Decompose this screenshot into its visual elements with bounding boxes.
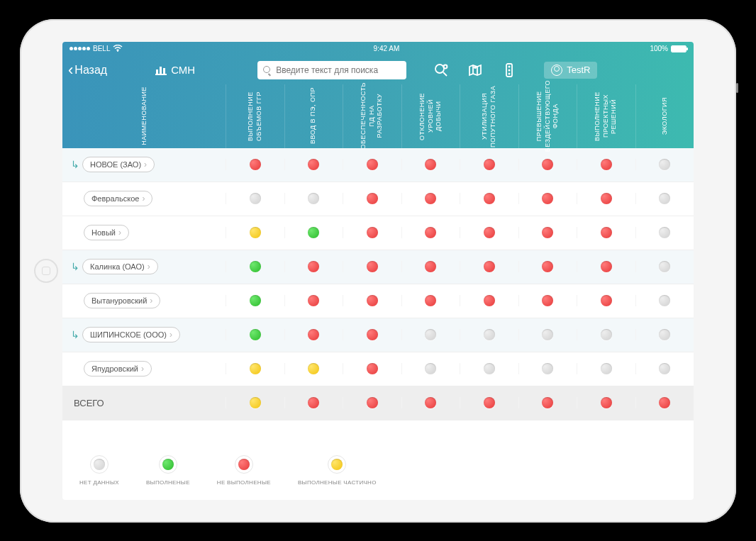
status-cell[interactable]	[460, 329, 518, 340]
status-cell[interactable]	[226, 261, 284, 272]
user-badge[interactable]: TestR	[544, 62, 597, 79]
chevron-right-icon: ›	[118, 228, 121, 238]
status-cell[interactable]	[343, 363, 401, 374]
status-cell[interactable]	[635, 397, 694, 408]
status-cell[interactable]	[343, 397, 401, 408]
status-cell[interactable]	[577, 159, 635, 170]
status-cell[interactable]	[460, 261, 518, 272]
status-cell[interactable]	[518, 295, 577, 306]
search-settings-icon[interactable]	[433, 62, 449, 78]
row-label: Февральское	[91, 194, 139, 203]
status-cell[interactable]	[577, 261, 635, 272]
status-cell[interactable]	[577, 397, 635, 408]
status-cell[interactable]	[284, 295, 343, 306]
status-cell[interactable]	[460, 159, 518, 170]
status-dot-icon	[601, 261, 612, 272]
status-cell[interactable]	[343, 329, 401, 340]
col-c3: ОБЕСПЕЧЕННОСТЬ ПД НА РАЗРАБОТКУ	[360, 82, 384, 150]
status-cell[interactable]	[343, 227, 401, 238]
status-cell[interactable]	[401, 329, 460, 340]
tablet-frame: BELL 9:42 AM 100% ‹ Назад СМН	[20, 19, 736, 523]
status-cell[interactable]	[518, 363, 577, 374]
status-cell[interactable]	[401, 193, 460, 204]
status-cell[interactable]	[343, 193, 401, 204]
status-cell[interactable]	[518, 193, 577, 204]
status-dot-icon	[308, 261, 319, 272]
status-cell[interactable]	[284, 397, 343, 408]
status-cell[interactable]	[518, 261, 577, 272]
status-cell[interactable]	[635, 159, 694, 170]
status-cell[interactable]	[226, 227, 284, 238]
row-pill[interactable]: Февральское›	[84, 191, 152, 206]
status-cell[interactable]	[460, 193, 518, 204]
status-dot-icon	[367, 193, 378, 204]
map-icon[interactable]	[467, 62, 483, 78]
row-label: Калинка (ОАО)	[90, 262, 145, 271]
status-cell[interactable]	[284, 159, 343, 170]
status-cell[interactable]	[343, 159, 401, 170]
status-cell[interactable]	[577, 193, 635, 204]
status-cell[interactable]	[226, 193, 284, 204]
search-input[interactable]	[276, 65, 401, 75]
status-cell[interactable]	[518, 159, 577, 170]
status-cell[interactable]	[284, 329, 343, 340]
power-button[interactable]	[736, 83, 738, 93]
status-dot-icon	[601, 295, 612, 306]
status-cell[interactable]	[401, 159, 460, 170]
home-button[interactable]	[34, 259, 58, 283]
status-dot-icon	[250, 363, 261, 374]
row-pill[interactable]: Новый›	[84, 225, 129, 240]
status-cell[interactable]	[284, 193, 343, 204]
table-row: Вытануровский›	[62, 284, 694, 318]
status-cell[interactable]	[401, 261, 460, 272]
status-bar: BELL 9:42 AM 100%	[62, 42, 694, 56]
row-pill[interactable]: ШИПИНСКОЕ (ООО)›	[82, 327, 180, 342]
status-cell[interactable]	[518, 329, 577, 340]
row-pill[interactable]: НОВОЕ (ЗАО)›	[82, 157, 155, 172]
status-cell[interactable]	[343, 295, 401, 306]
status-cell[interactable]	[284, 261, 343, 272]
status-cell[interactable]	[460, 295, 518, 306]
status-cell[interactable]	[577, 329, 635, 340]
status-cell[interactable]	[460, 363, 518, 374]
legend-none: НЕТ ДАННЫХ	[79, 455, 119, 486]
status-cell[interactable]	[401, 227, 460, 238]
table-row: ↳Калинка (ОАО)›	[62, 250, 694, 284]
status-cell[interactable]	[635, 329, 694, 340]
status-cell[interactable]	[401, 295, 460, 306]
back-button[interactable]: ‹ Назад	[68, 62, 107, 78]
status-cell[interactable]	[635, 295, 694, 306]
status-cell[interactable]	[460, 227, 518, 238]
traffic-light-icon[interactable]	[501, 62, 517, 78]
status-dot-icon	[367, 227, 378, 238]
status-dot-icon	[601, 193, 612, 204]
status-cell[interactable]	[226, 363, 284, 374]
status-cell[interactable]	[343, 261, 401, 272]
chevron-right-icon: ›	[142, 194, 145, 203]
row-pill[interactable]: Япудровский›	[84, 361, 152, 377]
battery-icon	[671, 45, 686, 52]
row-pill[interactable]: Вытануровский›	[84, 293, 160, 308]
status-cell[interactable]	[635, 193, 694, 204]
status-cell[interactable]	[226, 329, 284, 340]
status-cell[interactable]	[284, 227, 343, 238]
status-cell[interactable]	[635, 261, 694, 272]
status-cell[interactable]	[635, 227, 694, 238]
status-cell[interactable]	[226, 159, 284, 170]
name-cell: ↳ШИПИНСКОЕ (ООО)›	[62, 327, 226, 342]
row-pill[interactable]: Калинка (ОАО)›	[82, 259, 158, 274]
status-cell[interactable]	[226, 295, 284, 306]
search-box[interactable]	[257, 61, 406, 79]
status-dot-icon	[484, 329, 495, 340]
status-cell[interactable]	[518, 397, 577, 408]
status-cell[interactable]	[284, 363, 343, 374]
status-cell[interactable]	[577, 363, 635, 374]
status-cell[interactable]	[401, 397, 460, 408]
status-cell[interactable]	[401, 363, 460, 374]
status-cell[interactable]	[518, 227, 577, 238]
status-cell[interactable]	[577, 295, 635, 306]
status-cell[interactable]	[460, 397, 518, 408]
status-cell[interactable]	[635, 363, 694, 374]
status-cell[interactable]	[577, 227, 635, 238]
status-cell[interactable]	[226, 397, 284, 408]
